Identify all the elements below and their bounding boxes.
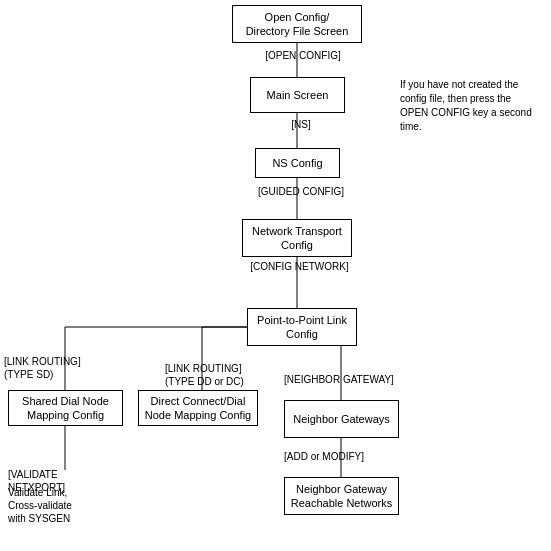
guided-config-label: [GUIDED CONFIG]: [246, 185, 356, 198]
neighbor-reachable-box: Neighbor GatewayReachable Networks: [284, 477, 399, 515]
config-network-label: [CONFIG NETWORK]: [242, 260, 357, 273]
direct-connect-label: Direct Connect/DialNode Mapping Config: [145, 394, 251, 423]
neighbor-gateway-key-label: [NEIGHBOR GATEWAY]: [284, 373, 404, 386]
main-screen-box: Main Screen: [250, 77, 345, 113]
neighbor-gateways-label: Neighbor Gateways: [293, 412, 390, 426]
network-transport-label: Network TransportConfig: [252, 224, 342, 253]
direct-connect-box: Direct Connect/DialNode Mapping Config: [138, 390, 258, 426]
ns-key-label: [NS]: [286, 118, 316, 131]
ns-config-label: NS Config: [272, 156, 322, 170]
note-text: If you have not created theconfig file, …: [400, 78, 548, 134]
validate-desc-label: Validate Link,Cross-validatewith SYSGEN: [8, 486, 113, 525]
point-to-point-box: Point-to-Point LinkConfig: [247, 308, 357, 346]
open-config-label: Open Config/Directory File Screen: [246, 10, 349, 39]
open-config-key-label: [OPEN CONFIG]: [258, 49, 348, 62]
main-screen-label: Main Screen: [267, 88, 329, 102]
point-to-point-label: Point-to-Point LinkConfig: [257, 313, 347, 342]
link-routing-dd-label: [LINK ROUTING](TYPE DD or DC): [165, 362, 260, 388]
ns-config-box: NS Config: [255, 148, 340, 178]
add-or-modify-label: [ADD or MODIFY]: [284, 450, 399, 463]
open-config-box: Open Config/Directory File Screen: [232, 5, 362, 43]
network-transport-box: Network TransportConfig: [242, 219, 352, 257]
shared-dial-box: Shared Dial NodeMapping Config: [8, 390, 123, 426]
link-routing-sd-label: [LINK ROUTING](TYPE SD): [4, 355, 94, 381]
neighbor-reachable-label: Neighbor GatewayReachable Networks: [291, 482, 393, 511]
neighbor-gateways-box: Neighbor Gateways: [284, 400, 399, 438]
shared-dial-label: Shared Dial NodeMapping Config: [22, 394, 109, 423]
diagram: Open Config/Directory File Screen Main S…: [0, 0, 551, 551]
